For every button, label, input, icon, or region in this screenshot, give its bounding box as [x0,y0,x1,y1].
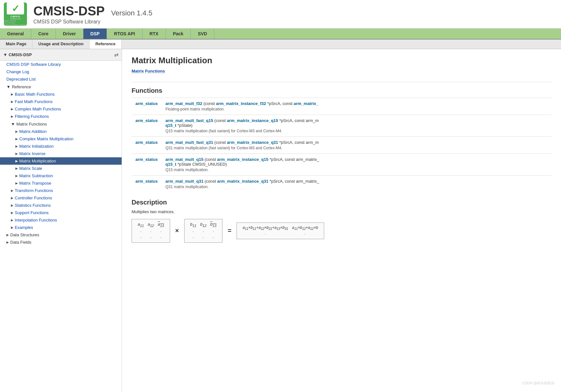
nav-driver[interactable]: Driver [56,29,83,39]
sidebar-item-complex-matrix-mult[interactable]: ▶ Complex Matrix Multiplication [0,135,122,143]
func-param-type2: arm_matrix_ [294,101,318,106]
arrow-icon: ▶ [15,174,18,178]
nav-svd[interactable]: SVD [191,29,214,39]
sidebar-item-data-fields[interactable]: ▶ Data Fields [0,239,122,246]
sidebar-item-interpolation[interactable]: ▶ Interpolation Functions [0,216,122,224]
sidebar-item-matrix-inverse[interactable]: ▶ Matrix Inverse [0,150,122,157]
func-name[interactable]: arm_mat_mult_q31 [165,179,203,184]
sidebar-item-cmsis-dsp-library[interactable]: CMSIS DSP Software Library [0,61,122,68]
func-param-type: arm_matrix_instance_q31 [227,140,278,145]
func-description: Q31 matrix multiplication (fast variant)… [165,146,548,150]
tree-label: Support Functions [15,210,49,215]
sidebar-item-fast-math[interactable]: ▶ Fast Math Functions [0,98,122,105]
sidebar-item-deprecated-list[interactable]: Deprecated List [0,75,122,83]
version-label: Version 1.4.5 [111,9,152,17]
sidebar-toggle-icon[interactable]: ▼ [3,52,7,57]
tree-label: Deprecated List [6,77,36,82]
sidebar-item-support[interactable]: ▶ Support Functions [0,209,122,216]
matrix-cell: · [146,228,156,234]
sidebar-root-label: CMSIS-DSP [9,52,32,57]
arrow-icon: ▶ [15,152,18,155]
arrow-icon: ▶ [15,167,18,170]
matrix-b: b11 b12 b13 · · · · · · [184,219,223,243]
nav-pack[interactable]: Pack [166,29,191,39]
nav-general[interactable]: General [0,29,31,39]
matrix-cell: · [198,228,208,234]
matrix-cell: · [156,228,166,234]
breadcrumb-link[interactable]: Matrix Functions [132,69,165,74]
sidebar-root: ▼ CMSIS-DSP [3,52,32,57]
tree-label: Matrix Inverse [19,151,46,156]
func-description: Q15 matrix multiplication (fast variant)… [165,129,548,133]
function-row: arm_status arm_mat_mult_fast_q31 (const … [132,137,551,154]
sec-nav-usage[interactable]: Usage and Description [32,39,90,49]
nav-dsp[interactable]: DSP [83,29,107,39]
func-param-type: arm_matrix_instance_q15 [217,157,269,162]
matrix-cell: a12 [146,221,156,228]
sec-nav-reference[interactable]: Reference [90,39,122,49]
sidebar-item-matrix-addition[interactable]: ▶ Matrix Addition [0,128,122,135]
sidebar-item-controller[interactable]: ▶ Controller Functions [0,194,122,202]
matrix-cell: · [156,234,166,240]
arrow-icon: ▶ [15,130,18,133]
tree-label: Complex Math Functions [15,107,61,111]
sidebar-item-filtering[interactable]: ▶ Filtering Functions [0,113,122,120]
sidebar-item-matrix-multiplication[interactable]: ▶ Matrix Multiplication [0,157,122,165]
sec-nav-main-page[interactable]: Main Page [0,39,32,49]
title-area: CMSIS-DSP Version 1.4.5 CMSIS DSP Softwa… [33,4,152,25]
nav-rtx[interactable]: RTX [142,29,166,39]
tree-label: Complex Matrix Multiplication [19,136,73,141]
sidebar: ▼ CMSIS-DSP ⇄ CMSIS DSP Software Library… [0,49,122,392]
nav-rtos-api[interactable]: RTOS API [107,29,142,39]
matrix-result-cell: a11×b12+a12×b [290,225,320,231]
tree-label: Transform Functions [15,188,53,193]
sidebar-header: ▼ CMSIS-DSP ⇄ [0,49,122,61]
sidebar-item-statistics[interactable]: ▶ Statistics Functions [0,202,122,209]
sidebar-item-matrix-subtraction[interactable]: ▶ Matrix Subtraction [0,172,122,179]
func-param-type2: q15_t [165,123,176,128]
page-header: ✓ CMSIS COMPLIANT ARM® Cortex® Microcont… [0,0,561,29]
func-params: (const [205,179,217,184]
sidebar-item-matrix-scale[interactable]: ▶ Matrix Scale [0,165,122,172]
func-name[interactable]: arm_mat_mult_fast_q15 [165,118,213,123]
sync-icon[interactable]: ⇄ [114,52,118,58]
sidebar-item-complex-math[interactable]: ▶ Complex Math Functions [0,105,122,113]
sidebar-item-change-log[interactable]: Change Log [0,68,122,75]
expand-icon: ▼ [11,122,15,126]
sidebar-item-examples[interactable]: ▶ Examples [0,224,122,231]
nav-core[interactable]: Core [31,29,56,39]
sidebar-item-matrix-transpose[interactable]: ▶ Matrix Transpose [0,179,122,187]
tree-label: Statistics Functions [15,203,51,208]
func-name[interactable]: arm_mat_mult_fast_q31 [165,140,213,145]
sidebar-item-basic-math[interactable]: ▶ Basic Math Functions [0,91,122,98]
func-name[interactable]: arm_mat_mult_f32 [165,101,202,106]
tree-label: Examples [15,225,33,230]
arrow-icon: ▶ [6,233,9,237]
func-name[interactable]: arm_mat_mult_q15 [165,157,203,162]
watermark: CSDN @砖头拍死你 [522,381,555,386]
sidebar-item-reference[interactable]: ▼ Reference [0,83,122,91]
func-return-type: arm_status [132,176,161,193]
func-params-end: *pState CMSIS_UNUSED) [177,162,227,167]
matrix-result-cell: · [290,231,320,237]
logo-area: ✓ CMSIS COMPLIANT ARM® Cortex® Microcont… [4,3,152,26]
matrix-cell: · [188,228,198,234]
tree-label: Data Structures [10,232,39,237]
sidebar-item-matrix-functions[interactable]: ▼ Matrix Functions [0,120,122,128]
func-param-type: arm_matrix_instance_q15 [227,118,278,123]
sidebar-item-matrix-init[interactable]: ▶ Matrix Initialization [0,143,122,150]
func-param-type: arm_matrix_instance_f32 [216,101,266,106]
sidebar-item-transform[interactable]: ▶ Transform Functions [0,187,122,194]
matrix-cell: b13 [208,221,218,228]
sidebar-item-data-structures[interactable]: ▶ Data Structures [0,231,122,239]
func-params: (const [203,101,216,106]
matrix-multiply-op: × [173,227,181,234]
func-params: (const [214,140,227,145]
func-signature: arm_mat_mult_fast_q15 (const arm_matrix_… [161,115,551,137]
site-title: CMSIS-DSP [33,4,105,18]
matrix-cell: · [136,228,146,234]
matrix-cell: · [208,234,218,240]
func-return-type: arm_status [132,154,161,176]
site-subtitle: CMSIS DSP Software Library [33,19,152,25]
cmsis-logo: ✓ CMSIS COMPLIANT ARM® Cortex® Microcont… [4,3,27,26]
